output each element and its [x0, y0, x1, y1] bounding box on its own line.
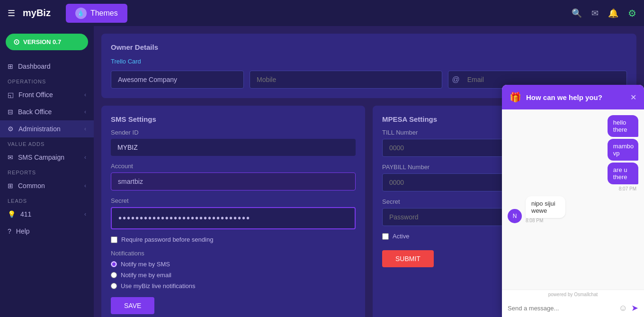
- secret-input[interactable]: [111, 207, 356, 229]
- sidebar-item-front-office[interactable]: ◱ Front Office ‹: [0, 86, 94, 103]
- leads-label: LEADS: [0, 194, 94, 206]
- sidebar-item-411[interactable]: 💡 411 ‹: [0, 206, 94, 223]
- sidebar-item-back-office[interactable]: ⊟ Back Office ‹: [0, 103, 94, 120]
- chat-message-hello: hello there: [608, 115, 638, 137]
- notify-email-row: Notify me by email: [111, 272, 356, 279]
- at-icon: @: [448, 75, 464, 84]
- chevron-icon: ‹: [84, 154, 86, 161]
- sender-id-label: Sender ID: [111, 129, 356, 136]
- sidebar: ⊙ VERSION 0.7 ⊞ Dashboard OPERATIONS ◱ F…: [0, 26, 94, 317]
- sidebar-item-sms-campaign[interactable]: ✉ SMS Campaign ‹: [0, 149, 94, 166]
- chat-messages: hello there mambo vp are u there 8:07 PM…: [502, 109, 644, 290]
- version-label: VERSION 0.7: [23, 38, 61, 45]
- help-icon: ?: [8, 227, 11, 235]
- trello-link[interactable]: Trello Card: [111, 58, 141, 65]
- chevron-icon: ‹: [84, 182, 86, 189]
- notify-sms-radio[interactable]: [111, 261, 117, 267]
- chevron-icon: ‹: [84, 91, 86, 98]
- version-badge[interactable]: ⊙ VERSION 0.7: [6, 34, 88, 50]
- notify-email-label: Notify me by email: [121, 272, 171, 279]
- mobile-input[interactable]: [250, 71, 442, 89]
- sms-settings-title: SMS Settings: [111, 115, 356, 123]
- active-label: Active: [393, 233, 409, 240]
- notify-email-radio[interactable]: [111, 272, 117, 278]
- nav-icons: 🔍 ✉ 🔔 ⚙: [572, 8, 636, 19]
- chat-message-are-u: are u there: [608, 163, 638, 184]
- submit-button[interactable]: SUBMIT: [382, 250, 434, 267]
- notifications-label: Notifications: [111, 250, 356, 257]
- require-pwd-label: Require password before sending: [121, 236, 213, 243]
- sidebar-item-administration[interactable]: ⚙ Administration ‹: [0, 120, 94, 137]
- github-icon: ⊙: [13, 37, 19, 46]
- notify-sms-row: Notify me by SMS: [111, 261, 356, 268]
- dashboard-icon: ⊞: [8, 63, 13, 70]
- notify-live-row: Use myBiz live notifications: [111, 282, 356, 290]
- chat-message-group-1: hello there mambo vp are u there 8:07 PM: [597, 115, 638, 191]
- common-icon: ⊞: [8, 182, 13, 190]
- sms-settings-card: SMS Settings Sender ID Account Secret Re…: [101, 106, 365, 317]
- chat-input-row: ☺ ➤: [502, 299, 644, 317]
- chat-widget: 🎁 How can we help you? ✕ hello there mam…: [502, 85, 644, 317]
- sender-id-group: Sender ID: [111, 129, 356, 156]
- require-pwd-row: Require password before sending: [111, 236, 356, 243]
- sidebar-item-label: Help: [16, 227, 30, 235]
- save-button[interactable]: SAVE: [111, 297, 154, 314]
- secret-group: Secret: [111, 197, 356, 229]
- themes-button[interactable]: 💧 Themes: [66, 4, 127, 23]
- sidebar-item-label: 411: [20, 210, 31, 218]
- emoji-icon[interactable]: ☺: [619, 303, 627, 313]
- top-nav: ☰ myBiz 💧 Themes 🔍 ✉ 🔔 ⚙: [0, 0, 644, 26]
- value-adds-label: VALUE ADDS: [0, 137, 94, 149]
- radio-group: Notify me by SMS Notify me by email Use …: [111, 261, 356, 290]
- chat-message-mambo: mambo vp: [608, 139, 638, 161]
- administration-icon: ⚙: [8, 125, 14, 133]
- chat-timestamp-1: 8:07 PM: [619, 186, 638, 191]
- mail-icon[interactable]: ✉: [591, 8, 599, 18]
- hamburger-icon[interactable]: ☰: [8, 8, 15, 18]
- chat-footer: powered by Osmallchat ☺ ➤: [502, 290, 644, 317]
- notify-live-radio[interactable]: [111, 283, 117, 289]
- sidebar-item-dashboard[interactable]: ⊞ Dashboard: [0, 58, 94, 75]
- chat-powered: powered by Osmallchat: [502, 290, 644, 299]
- chat-header: 🎁 How can we help you? ✕: [502, 85, 644, 109]
- operations-label: OPERATIONS: [0, 75, 94, 86]
- reports-label: REPORTS: [0, 166, 94, 177]
- company-input[interactable]: [111, 71, 244, 89]
- sender-id-input[interactable]: [111, 139, 356, 156]
- chevron-icon: ‹: [84, 126, 86, 132]
- chat-message-left-wrap: N nipo sijui wewe 8:08 PM: [508, 196, 578, 223]
- leads-icon: 💡: [8, 210, 16, 218]
- secret-label: Secret: [111, 197, 356, 204]
- account-label: Account: [111, 163, 356, 170]
- sidebar-item-label: Front Office: [18, 91, 53, 99]
- front-office-icon: ◱: [8, 91, 14, 99]
- chevron-icon: ‹: [84, 109, 86, 115]
- active-checkbox[interactable]: [382, 233, 389, 240]
- themes-label: Themes: [90, 9, 118, 18]
- powered-brand: Osmallchat: [574, 292, 598, 297]
- send-icon[interactable]: ➤: [631, 303, 638, 313]
- app-logo: myBiz: [23, 8, 51, 18]
- chat-message-nipo: nipo sijui wewe: [526, 196, 565, 218]
- sidebar-item-help[interactable]: ? Help: [0, 223, 94, 240]
- account-input[interactable]: [111, 172, 356, 190]
- require-pwd-checkbox[interactable]: [111, 236, 117, 243]
- search-icon[interactable]: 🔍: [572, 8, 582, 18]
- chat-close-button[interactable]: ✕: [630, 93, 636, 102]
- sms-icon: ✉: [8, 154, 13, 161]
- chat-header-icon: 🎁: [510, 91, 521, 103]
- settings-icon[interactable]: ⚙: [628, 8, 636, 19]
- sidebar-item-label: Administration: [18, 125, 61, 133]
- powered-by-label: powered by: [548, 292, 573, 297]
- chevron-icon: ‹: [84, 211, 86, 217]
- sidebar-item-label: Back Office: [18, 108, 52, 116]
- notify-live-label: Use myBiz live notifications: [121, 282, 196, 290]
- sidebar-item-label: Common: [18, 182, 45, 190]
- bell-icon[interactable]: 🔔: [608, 8, 618, 18]
- sidebar-item-label: Dashboard: [18, 63, 51, 70]
- sidebar-item-common[interactable]: ⊞ Common ‹: [0, 177, 94, 194]
- chat-timestamp-2: 8:08 PM: [526, 218, 578, 223]
- chat-input[interactable]: [508, 305, 615, 312]
- chat-avatar: N: [508, 209, 522, 223]
- themes-drop-icon: 💧: [75, 8, 87, 19]
